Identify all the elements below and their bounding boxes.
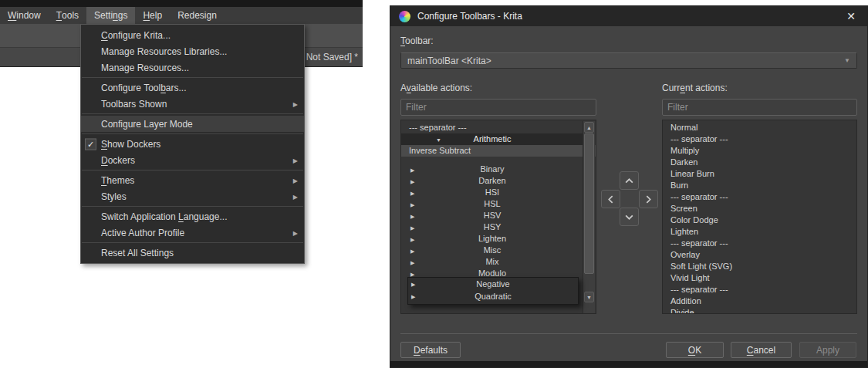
list-item[interactable]: --- separator --- — [663, 284, 856, 295]
tree-category-hsi[interactable]: ▶HSI — [401, 187, 583, 198]
list-item[interactable]: --- separator --- — [401, 122, 596, 133]
menu-item-configure-toolbars[interactable]: Configure Toolbars... — [81, 79, 304, 96]
ok-button[interactable]: OK — [666, 342, 724, 358]
move-up-button[interactable] — [620, 171, 639, 190]
document-tab-label: Not Saved] * — [306, 52, 358, 62]
menu-item-label: Reset All Settings — [101, 248, 174, 258]
checkmark-icon: ✓ — [85, 138, 96, 150]
list-item[interactable]: Soft Light (SVG) — [663, 261, 856, 272]
list-item[interactable]: Screen — [663, 203, 856, 214]
current-filter-input[interactable] — [662, 99, 857, 116]
menu-item-switch-application-language[interactable]: Switch Application Language... — [81, 208, 304, 225]
list-item[interactable]: --- separator --- — [663, 191, 856, 203]
scroll-down-icon[interactable]: ▼ — [584, 292, 594, 302]
submenu-arrow-icon: ▶ — [293, 229, 298, 236]
menu-item-active-author-profile[interactable]: Active Author Profile▶ — [81, 225, 304, 241]
list-item-label: Mix — [485, 257, 498, 266]
menu-item-manage-resources[interactable]: Manage Resources... — [81, 59, 304, 76]
list-item[interactable]: Lighten — [663, 226, 856, 238]
list-item[interactable]: Normal — [663, 122, 856, 133]
menu-item-configure-layer-mode[interactable]: Configure Layer Mode — [81, 116, 304, 132]
list-item[interactable]: Overlay — [663, 249, 856, 261]
tree-category-negative[interactable]: ▶Negative — [408, 278, 578, 290]
scrollbar-handle[interactable] — [584, 133, 594, 274]
menubar-item-tools[interactable]: Tools — [49, 7, 86, 24]
list-item[interactable]: Multiply — [663, 145, 856, 157]
menu-item-toolbars-shown[interactable]: Toolbars Shown▶ — [81, 96, 304, 112]
tree-category-mix[interactable]: ▶Mix — [401, 256, 583, 268]
list-item[interactable]: Divide — [663, 307, 856, 314]
menu-item-configure-krita[interactable]: Configure Krita... — [81, 27, 304, 43]
list-item[interactable]: Burn — [663, 180, 856, 191]
move-down-button[interactable] — [620, 208, 639, 226]
tree-category-binary[interactable]: ▶Binary — [401, 164, 583, 175]
tree-category-misc[interactable]: ▶Misc — [401, 245, 583, 256]
collapsed-arrow-icon[interactable]: ▶ — [410, 187, 414, 199]
collapsed-arrow-icon[interactable]: ▶ — [410, 164, 414, 176]
collapsed-arrow-icon[interactable]: ▶ — [410, 176, 414, 187]
list-item[interactable]: Addition — [663, 295, 856, 307]
tree-category-lighten[interactable]: ▶Lighten — [401, 233, 583, 245]
expanded-arrow-icon[interactable]: ▼ — [436, 134, 441, 146]
menu-item-themes[interactable]: Themes▶ — [81, 172, 304, 188]
collapsed-arrow-icon[interactable]: ▶ — [410, 245, 414, 257]
tree-category-hsv[interactable]: ▶HSV — [401, 210, 583, 221]
menu-item-styles[interactable]: Styles▶ — [81, 188, 304, 204]
list-item[interactable]: Vivid Light — [663, 272, 856, 284]
collapsed-arrow-icon[interactable]: ▶ — [410, 211, 414, 222]
menu-item-reset-all-settings[interactable]: Reset All Settings — [81, 245, 304, 261]
chevron-down-icon — [624, 212, 634, 222]
menu-item-label: Switch Application Language... — [101, 211, 227, 222]
list-item-label: HSI — [485, 187, 499, 197]
chevron-right-icon — [643, 194, 654, 204]
list-item-label: HSV — [484, 211, 502, 220]
list-item-label: Quadratic — [475, 292, 512, 301]
toolbar-select[interactable]: mainToolBar <Krita> ▼ — [400, 52, 857, 69]
move-right-button[interactable] — [639, 190, 658, 208]
submenu-arrow-icon: ▶ — [293, 157, 298, 164]
list-item-label: Negative — [476, 279, 509, 289]
menu-item-label: Show Dockers — [101, 139, 160, 150]
tree-category-hsy[interactable]: ▶HSY — [401, 221, 583, 233]
collapsed-arrow-icon[interactable]: ▶ — [411, 279, 415, 291]
list-item-label: Lighten — [478, 234, 506, 243]
cancel-button[interactable]: Cancel — [731, 342, 792, 358]
list-item[interactable]: Color Dodge — [663, 214, 856, 226]
collapsed-arrow-icon[interactable]: ▶ — [410, 222, 414, 234]
list-item[interactable]: Inverse Subtract — [401, 145, 596, 157]
button-row-divider — [400, 333, 857, 334]
menubar-item-settings[interactable]: Settings — [86, 7, 135, 24]
tree-category-quadratic[interactable]: ▶Quadratic — [408, 290, 578, 302]
collapsed-arrow-icon[interactable]: ▶ — [410, 257, 414, 268]
move-left-button[interactable] — [601, 190, 620, 208]
defaults-button[interactable]: Defaults — [400, 342, 461, 358]
collapsed-arrow-icon[interactable]: ▶ — [411, 291, 415, 303]
list-item-label: Darken — [478, 176, 505, 185]
krita-logo-icon — [399, 11, 410, 22]
tree-category-hsl[interactable]: ▶HSL — [401, 198, 583, 210]
submenu-arrow-icon: ▶ — [293, 177, 298, 184]
available-filter-input[interactable] — [400, 99, 596, 116]
close-icon[interactable]: ✕ — [843, 10, 859, 22]
tree-category-arithmetic[interactable]: ▼Arithmetic — [401, 133, 583, 145]
menubar-item-help[interactable]: Help — [135, 7, 170, 24]
list-item[interactable]: --- separator --- — [663, 238, 856, 249]
menu-item-label: Configure Layer Mode — [101, 119, 193, 130]
collapsed-arrow-icon[interactable]: ▶ — [410, 234, 414, 245]
list-item[interactable]: Linear Burn — [663, 168, 856, 180]
configure-toolbars-dialog: Configure Toolbars - Krita ✕ Toolbar: ma… — [390, 5, 868, 368]
list-item[interactable]: Darken — [663, 157, 856, 168]
scrollbar[interactable]: ▲ ▼ — [583, 121, 595, 314]
collapsed-arrow-icon[interactable]: ▶ — [410, 199, 414, 211]
dialog-titlebar[interactable]: Configure Toolbars - Krita ✕ — [390, 6, 867, 26]
menu-separator — [82, 77, 303, 78]
menubar-item-redesign[interactable]: Redesign — [170, 7, 225, 24]
menu-item-show-dockers[interactable]: ✓Show Dockers — [81, 136, 304, 152]
tree-category-darken[interactable]: ▶Darken — [401, 175, 583, 187]
scroll-up-icon[interactable]: ▲ — [584, 122, 594, 133]
menu-item-manage-resources-libraries[interactable]: Manage Resources Libraries... — [81, 43, 304, 59]
list-item[interactable]: --- separator --- — [663, 133, 856, 145]
menubar-item-window[interactable]: Window — [0, 7, 49, 24]
window-top-strip — [0, 0, 363, 7]
menu-item-dockers[interactable]: Dockers▶ — [81, 152, 304, 168]
